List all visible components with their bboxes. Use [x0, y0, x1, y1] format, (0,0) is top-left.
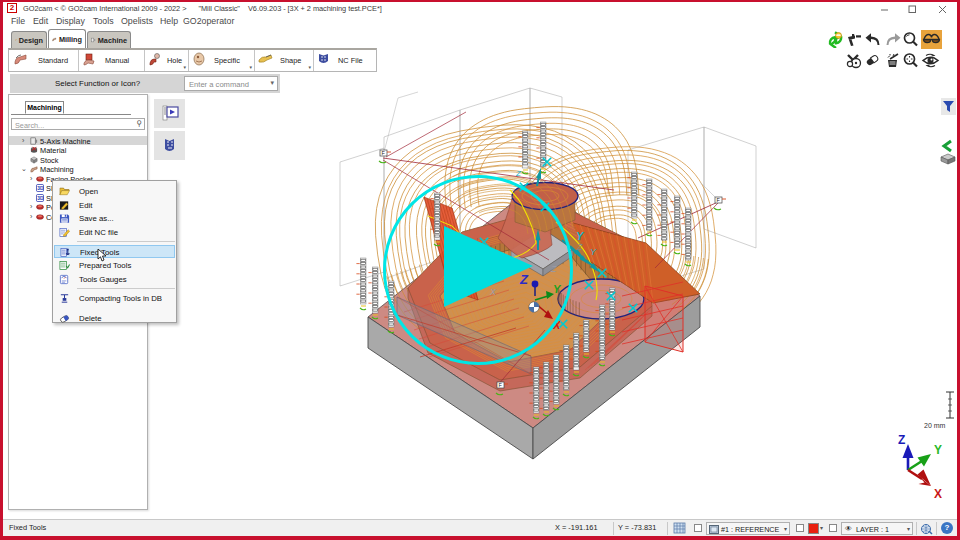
svg-text:Z: Z	[515, 169, 522, 178]
svg-text:3D: 3D	[37, 186, 44, 191]
svg-text:Z: Z	[519, 272, 529, 287]
svg-text:Y: Y	[590, 247, 597, 257]
svg-text:Y: Y	[934, 443, 942, 457]
svg-text:3D: 3D	[37, 196, 44, 201]
svg-text:Z: Z	[550, 264, 557, 274]
svg-text:X: X	[934, 487, 942, 501]
svg-text:Z: Z	[898, 433, 905, 447]
svg-text:Z: Z	[576, 242, 583, 252]
svg-text:X: X	[489, 287, 497, 297]
